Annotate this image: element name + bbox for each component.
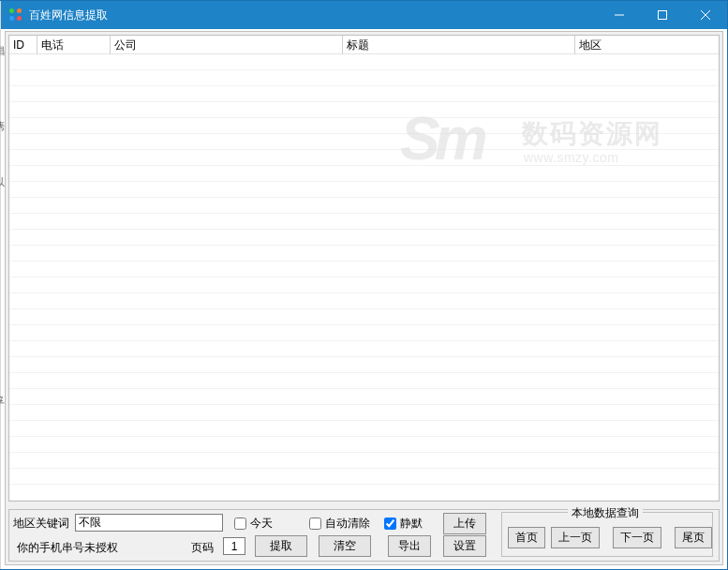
today-checkbox-label: 今天 bbox=[250, 516, 273, 532]
app-window: 倡 隽 以 g 孚 百姓网信息提取 ID 电话 公司 标题 地区 bbox=[0, 0, 728, 570]
today-checkbox[interactable]: 今天 bbox=[234, 516, 273, 531]
first-page-button[interactable]: 首页 bbox=[508, 527, 545, 548]
col-region[interactable]: 地区 bbox=[575, 36, 719, 54]
table-row bbox=[9, 198, 719, 214]
auth-status-text: 你的手机串号未授权 bbox=[17, 540, 118, 556]
maximize-button[interactable] bbox=[641, 1, 684, 29]
col-phone[interactable]: 电话 bbox=[37, 36, 111, 54]
minimize-icon bbox=[615, 10, 624, 20]
col-company[interactable]: 公司 bbox=[111, 36, 343, 54]
table-row bbox=[9, 389, 719, 405]
autoclear-checkbox-input[interactable] bbox=[309, 518, 321, 530]
table-row bbox=[9, 118, 719, 134]
upload-button[interactable]: 上传 bbox=[443, 513, 486, 534]
autoclear-checkbox[interactable]: 自动清除 bbox=[309, 516, 370, 531]
clear-button[interactable]: 清空 bbox=[319, 535, 371, 557]
table-row bbox=[9, 453, 719, 469]
left-background-stub: 倡 隽 以 g 孚 bbox=[0, 1, 1, 569]
table-row bbox=[9, 214, 719, 230]
table-header: ID 电话 公司 标题 地区 bbox=[9, 36, 719, 54]
table-row bbox=[9, 341, 719, 357]
autoclear-checkbox-label: 自动清除 bbox=[325, 516, 370, 532]
close-icon bbox=[701, 10, 710, 20]
region-keyword-input[interactable] bbox=[75, 514, 223, 532]
prev-page-button[interactable]: 上一页 bbox=[551, 527, 600, 548]
page-label: 页码 bbox=[191, 540, 214, 556]
app-icon bbox=[8, 8, 23, 22]
table-row bbox=[9, 166, 719, 182]
region-keyword-label: 地区关键词 bbox=[13, 516, 69, 532]
silent-checkbox[interactable]: 静默 bbox=[384, 516, 423, 531]
table-row bbox=[9, 405, 719, 421]
table-row bbox=[9, 182, 719, 198]
table-row bbox=[9, 278, 719, 293]
table-row bbox=[9, 86, 719, 102]
settings-button[interactable]: 设置 bbox=[443, 535, 486, 557]
table-row bbox=[9, 357, 719, 373]
table-row bbox=[9, 373, 719, 389]
table-row bbox=[9, 293, 719, 309]
table-row bbox=[9, 150, 719, 166]
col-title[interactable]: 标题 bbox=[343, 36, 575, 54]
today-checkbox-input[interactable] bbox=[234, 518, 246, 530]
export-button[interactable]: 导出 bbox=[388, 535, 431, 557]
next-page-button[interactable]: 下一页 bbox=[613, 527, 661, 548]
maximize-icon bbox=[658, 10, 667, 20]
table-row bbox=[9, 230, 719, 246]
table-row bbox=[9, 134, 719, 150]
table-row bbox=[9, 325, 719, 341]
window-title: 百姓网信息提取 bbox=[29, 8, 108, 23]
minimize-button[interactable] bbox=[598, 1, 641, 29]
table-body bbox=[9, 54, 719, 501]
bottom-panel: 地区关键词 你的手机串号未授权 页码 今天 自动清除 静默 提取 清空 上传 导… bbox=[8, 509, 720, 562]
page-input[interactable] bbox=[223, 537, 245, 555]
table-row bbox=[9, 469, 719, 485]
table-row bbox=[9, 421, 719, 437]
table-row bbox=[9, 70, 719, 86]
table-row bbox=[9, 309, 719, 325]
pager-title: 本地数据查询 bbox=[568, 505, 643, 521]
pager-group: 本地数据查询 首页 上一页 下一页 尾页 bbox=[501, 512, 713, 557]
extract-button[interactable]: 提取 bbox=[255, 535, 307, 557]
table-row bbox=[9, 262, 719, 278]
col-id[interactable]: ID bbox=[9, 36, 37, 54]
silent-checkbox-label: 静默 bbox=[400, 516, 423, 532]
table-row bbox=[9, 246, 719, 262]
results-table[interactable]: ID 电话 公司 标题 地区 bbox=[8, 35, 720, 502]
table-row bbox=[9, 54, 719, 70]
silent-checkbox-input[interactable] bbox=[384, 518, 396, 530]
svg-rect-1 bbox=[659, 11, 667, 20]
title-bar[interactable]: 百姓网信息提取 bbox=[1, 1, 727, 29]
table-row bbox=[9, 102, 719, 118]
last-page-button[interactable]: 尾页 bbox=[675, 527, 712, 548]
table-row bbox=[9, 485, 719, 501]
client-area: ID 电话 公司 标题 地区 bbox=[5, 31, 723, 565]
table-row bbox=[9, 437, 719, 453]
close-button[interactable] bbox=[684, 1, 727, 29]
